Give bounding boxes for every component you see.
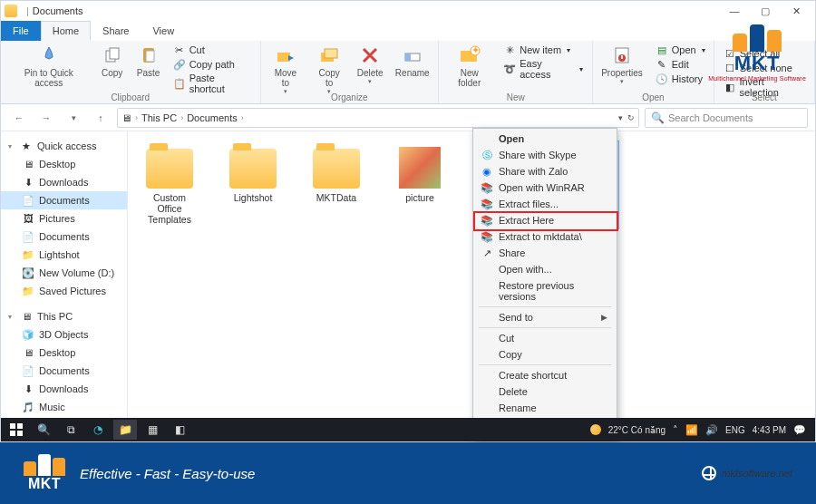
open-button[interactable]: ▤Open▾ (652, 43, 709, 57)
sidebar-item-downloads[interactable]: ⬇Downloads (1, 173, 127, 191)
edit-button[interactable]: ✎Edit (652, 57, 709, 72)
file-item-mktdata[interactable]: MKTData (304, 141, 369, 229)
titlebar: | Documents — ▢ ✕ (1, 1, 815, 21)
ctx-copy[interactable]: Copy (475, 346, 615, 363)
file-grid[interactable]: Custom Office TemplatesLightshotMKTDatap… (128, 131, 815, 423)
sidebar-quick-access[interactable]: ▾★Quick access (1, 137, 127, 155)
ctx-extract-to[interactable]: 📚Extract to mktdata\ (475, 228, 615, 245)
tab-file[interactable]: File (1, 21, 41, 41)
ctx-restore[interactable]: Restore previous versions (475, 277, 615, 305)
file-item-custom-office-templates[interactable]: Custom Office Templates (137, 141, 202, 229)
search-input[interactable]: 🔍 Search Documents (645, 108, 808, 128)
easy-access-button[interactable]: ➰Easy access▾ (500, 57, 587, 81)
delete-button[interactable]: Delete▾ (354, 43, 386, 87)
close-button[interactable]: ✕ (781, 1, 811, 21)
sidebar-item-label: Desktop (39, 159, 75, 170)
move-to-button[interactable]: Move to▾ (267, 43, 306, 97)
properties-icon (611, 44, 633, 66)
sidebar-item-documents[interactable]: 📄Documents (1, 362, 127, 380)
sidebar-item-label: Saved Pictures (39, 286, 106, 296)
paste-label: Paste (137, 68, 160, 78)
copy-button[interactable]: Copy (97, 43, 128, 80)
sidebar-item-downloads[interactable]: ⬇Downloads (1, 380, 127, 398)
file-item-lightshot[interactable]: Lightshot (220, 141, 286, 229)
tab-share[interactable]: Share (91, 21, 141, 41)
ctx-open-with[interactable]: Open with... (475, 261, 615, 277)
sidebar-item-label: Documents (39, 231, 90, 242)
new-folder-button[interactable]: ✦New folder (444, 43, 494, 90)
winrar-icon: 📚 (480, 197, 494, 211)
tray-notifications-icon[interactable]: 💬 (793, 424, 806, 436)
tray-volume-icon[interactable]: 🔊 (705, 424, 718, 436)
paste-button[interactable]: Paste (133, 43, 164, 80)
footer-site[interactable]: mktsoftware.net (702, 466, 792, 480)
tray-wifi-icon[interactable]: 📶 (685, 424, 698, 436)
delete-label: Delete (357, 68, 384, 78)
sidebar-item-desktop[interactable]: 🖥Desktop (1, 155, 127, 173)
ctx-send-to[interactable]: Send to▶ (475, 309, 615, 325)
rename-button[interactable]: Rename (392, 43, 432, 80)
folder-icon: 📄 (21, 194, 35, 207)
app-icon[interactable]: ◧ (168, 420, 191, 440)
sidebar-item-pictures[interactable]: 🖼Pictures (1, 209, 127, 228)
sidebar-item-new-volume-d-[interactable]: 💽New Volume (D:) (1, 264, 127, 282)
sidebar-item-music[interactable]: 🎵Music (1, 398, 127, 416)
new-folder-label: New folder (448, 68, 491, 88)
ctx-share-zalo[interactable]: ◉Share with Zalo (475, 163, 615, 179)
zalo-icon: ◉ (480, 164, 494, 179)
svg-rect-16 (17, 423, 23, 429)
edge-icon[interactable]: ◔ (86, 420, 110, 440)
sidebar-item-documents[interactable]: 📄Documents (1, 191, 127, 209)
tray-lang[interactable]: ENG (725, 425, 745, 435)
sidebar-item-lightshot[interactable]: 📁Lightshot (1, 246, 127, 264)
copy-path-button[interactable]: 🔗Copy path (170, 57, 255, 72)
sidebar-item-desktop[interactable]: 🖥Desktop (1, 344, 127, 362)
pin-icon (38, 44, 60, 66)
properties-button[interactable]: Properties▾ (597, 43, 646, 87)
ctx-open-winrar[interactable]: 📚Open with WinRAR (475, 179, 615, 196)
ctx-delete[interactable]: Delete (475, 383, 615, 400)
sidebar-item-saved-pictures[interactable]: 📁Saved Pictures (1, 282, 127, 300)
nav-up-button[interactable]: ↑ (90, 107, 112, 129)
explorer-icon[interactable]: 📁 (113, 420, 137, 440)
ctx-open[interactable]: Open (475, 131, 615, 147)
app-icon[interactable]: ▦ (141, 420, 164, 440)
ctx-extract-files[interactable]: 📚Extract files... (475, 196, 615, 212)
file-item-picture[interactable]: picture (387, 141, 452, 229)
tray-chevron-icon[interactable]: ˄ (673, 424, 678, 436)
folder-icon: 🖼 (21, 212, 35, 225)
nav-forward-button[interactable]: → (35, 107, 57, 129)
minimize-button[interactable]: — (719, 1, 750, 21)
logo-text: MKT (28, 476, 61, 492)
task-view-button[interactable]: ⧉ (59, 420, 83, 440)
cut-button[interactable]: ✂Cut (170, 43, 255, 57)
search-button[interactable]: 🔍 (32, 420, 55, 440)
crumb-root[interactable]: This PC (141, 112, 177, 123)
ctx-cut[interactable]: Cut (475, 330, 615, 346)
nav-recent-button[interactable]: ▾ (63, 107, 84, 129)
ctx-shortcut[interactable]: Create shortcut (475, 367, 615, 383)
ctx-extract-here[interactable]: 📚Extract Here (475, 212, 615, 228)
start-button[interactable] (5, 420, 28, 440)
copy-label: Copy (102, 68, 122, 78)
weather-text[interactable]: 22°C Có nắng (608, 425, 665, 435)
sidebar-item-documents[interactable]: 📄Documents (1, 228, 127, 246)
ctx-rename[interactable]: Rename (475, 400, 615, 416)
sidebar-item-3d-objects[interactable]: 🧊3D Objects (1, 325, 127, 344)
refresh-button[interactable]: ▾ ↻ (618, 113, 635, 122)
crumb-leaf[interactable]: Documents (187, 112, 238, 123)
new-item-button[interactable]: ✳New item▾ (500, 43, 587, 57)
maximize-button[interactable]: ▢ (750, 1, 781, 21)
tray-time[interactable]: 4:43 PM (753, 425, 786, 435)
edit-icon: ✎ (656, 58, 668, 71)
pin-to-quick-access-button[interactable]: Pin to Quick access (6, 43, 92, 90)
tab-view[interactable]: View (141, 21, 186, 41)
ctx-share-skype[interactable]: ⓈShare with Skype (475, 147, 615, 163)
copy-to-button[interactable]: Copy to▾ (310, 43, 348, 97)
nav-back-button[interactable]: ← (8, 107, 30, 129)
breadcrumb[interactable]: 🖥› This PC› Documents› ▾ ↻ (117, 108, 639, 128)
ctx-share[interactable]: ↗Share (475, 245, 615, 261)
sidebar-this-pc[interactable]: ▾🖥This PC (1, 307, 127, 325)
tab-home[interactable]: Home (41, 21, 91, 41)
history-button[interactable]: 🕓History (652, 72, 709, 86)
